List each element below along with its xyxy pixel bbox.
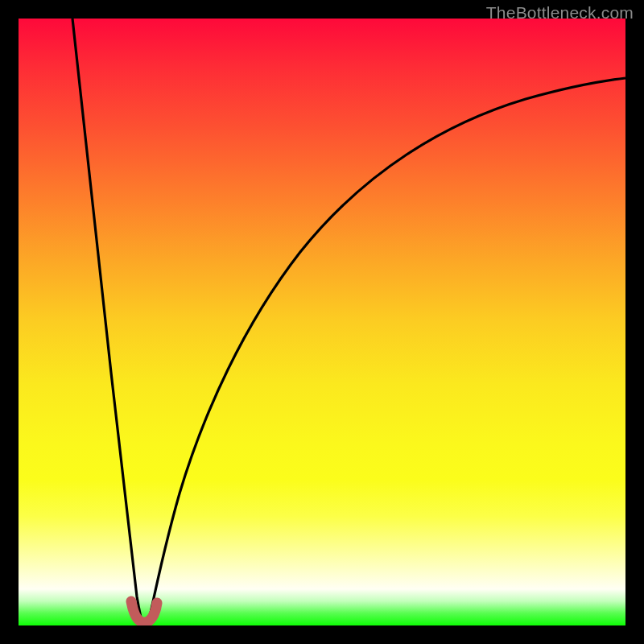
chart-frame: TheBottleneck.com [0, 0, 644, 644]
u-minimum-marker [19, 19, 625, 625]
plot-area [19, 19, 625, 625]
watermark-text: TheBottleneck.com [486, 3, 634, 23]
u-shape-icon [131, 601, 157, 622]
